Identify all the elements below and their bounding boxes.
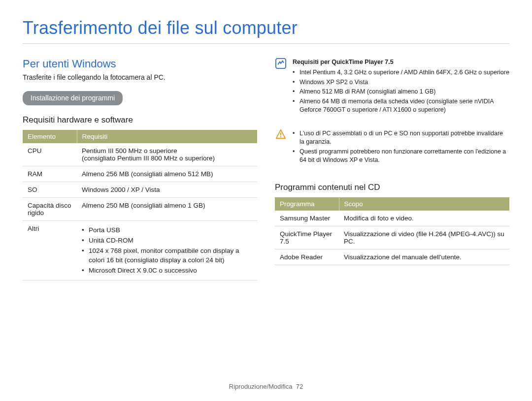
note-quicktime: Requisiti per QuickTime Player 7.5 Intel…: [275, 58, 509, 116]
cd-programs-table: Programma Scopo Samsung Master Modifica …: [275, 197, 509, 265]
table-head-requisiti: Requisiti: [77, 130, 257, 143]
footer-page-number: 72: [296, 383, 303, 390]
note-body: Requisiti per QuickTime Player 7.5 Intel…: [293, 58, 509, 116]
table-row: Samsung Master Modifica di foto e video.: [275, 211, 509, 226]
list-item: Intel Pentium 4, 3.2 GHz o superiore / A…: [293, 68, 509, 77]
warning-icon: [275, 128, 287, 140]
table-row: Capacità disco rigido Almeno 250 MB (con…: [23, 198, 257, 221]
list-item: 1024 x 768 pixel, monitor compatibile co…: [82, 247, 252, 265]
table-head-programma: Programma: [275, 197, 339, 211]
note-body: L'uso di PC assemblati o di un PC e SO n…: [293, 128, 509, 166]
table-row: QuickTime Player 7.5 Visualizzazione di …: [275, 226, 509, 249]
table-row: Altri Porta USB Unità CD-ROM 1024 x 768 …: [23, 221, 257, 280]
table-row: CPU Pentium III 500 MHz o superiore (con…: [23, 143, 257, 166]
section-heading-windows: Per utenti Windows: [23, 58, 257, 70]
page-title: Trasferimento dei file sul computer: [23, 18, 509, 38]
pill-install-programs: Installazione dei programmi: [23, 91, 123, 105]
cell-label: Capacità disco rigido: [23, 198, 77, 221]
note-list: Intel Pentium 4, 3.2 GHz o superiore / A…: [293, 68, 509, 115]
cell-label: RAM: [23, 166, 77, 182]
cell-value: Visualizzazione del manuale dell'utente.: [339, 249, 509, 265]
content-columns: Per utenti Windows Trasferite i file col…: [23, 58, 509, 280]
alert-triangle-icon: [275, 129, 286, 140]
cell-value: Windows 2000 / XP / Vista: [77, 182, 257, 198]
cell-label: Adobe Reader: [275, 249, 339, 265]
cell-value: Almeno 250 MB (consigliati almeno 1 GB): [77, 198, 257, 221]
table-head-elemento: Elemento: [23, 130, 77, 143]
cell-value: Visualizzazione di video (file H.264 (MP…: [339, 226, 509, 249]
cell-label: CPU: [23, 143, 77, 166]
list-item: Unità CD-ROM: [82, 236, 252, 246]
cell-value: Almeno 256 MB (consigliati almeno 512 MB…: [77, 166, 257, 182]
cell-value: Porta USB Unità CD-ROM 1024 x 768 pixel,…: [77, 221, 257, 280]
lead-text: Trasferite i file collegando la fotocame…: [23, 73, 257, 81]
left-column: Per utenti Windows Trasferite i file col…: [23, 58, 257, 280]
right-column: Requisiti per QuickTime Player 7.5 Intel…: [275, 58, 509, 280]
list-item: Porta USB: [82, 226, 252, 235]
footer-section: Riproduzione/Modifica: [229, 383, 293, 390]
list-item: Almeno 512 MB di RAM (consigliati almeno…: [293, 88, 509, 96]
list-item: Windows XP SP2 o Vista: [293, 78, 509, 87]
svg-point-2: [280, 136, 281, 137]
note-icon: [275, 58, 287, 69]
requirements-table: Elemento Requisiti CPU Pentium III 500 M…: [23, 130, 257, 280]
subheading-requirements: Requisiti hardware e software: [23, 115, 257, 125]
list-item: L'uso di PC assemblati o di un PC e SO n…: [293, 129, 509, 147]
note-warning: L'uso di PC assemblati o di un PC e SO n…: [275, 128, 509, 166]
subheading-cd-programs: Programmi contenuti nel CD: [275, 183, 509, 192]
cell-label: Samsung Master: [275, 211, 339, 226]
list-item: Almeno 64 MB di memoria della scheda vid…: [293, 97, 509, 115]
note-list: L'uso di PC assemblati o di un PC e SO n…: [293, 129, 509, 165]
cell-value: Pentium III 500 MHz o superiore (consigl…: [77, 143, 257, 166]
cell-value: Modifica di foto e video.: [339, 211, 509, 226]
cell-label: SO: [23, 182, 77, 198]
table-row: Adobe Reader Visualizzazione del manuale…: [275, 249, 509, 265]
cell-label: QuickTime Player 7.5: [275, 226, 339, 249]
note-title: Requisiti per QuickTime Player 7.5: [293, 58, 509, 66]
cell-label: Altri: [23, 221, 77, 280]
page-footer: Riproduzione/Modifica 72: [0, 383, 532, 390]
horizontal-rule: [23, 43, 509, 44]
table-row: SO Windows 2000 / XP / Vista: [23, 182, 257, 198]
info-square-icon: [275, 58, 286, 69]
page: Trasferimento dei file sul computer Per …: [0, 0, 532, 280]
list-item: Microsoft Direct X 9.0C o successivo: [82, 266, 252, 276]
others-list: Porta USB Unità CD-ROM 1024 x 768 pixel,…: [82, 226, 252, 275]
table-head-scopo: Scopo: [339, 197, 509, 211]
table-row: RAM Almeno 256 MB (consigliati almeno 51…: [23, 166, 257, 182]
list-item: Questi programmi potrebbero non funziona…: [293, 148, 509, 165]
